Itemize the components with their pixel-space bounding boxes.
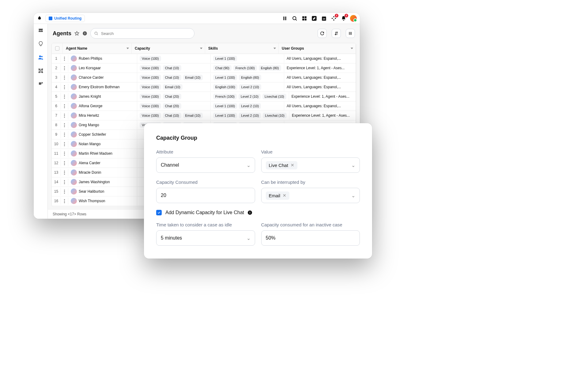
avatar: [71, 131, 77, 138]
row-menu-button[interactable]: [61, 122, 68, 129]
row-menu-button[interactable]: [61, 103, 68, 110]
row-menu-button[interactable]: [61, 179, 68, 186]
remove-tag-icon[interactable]: ✕: [283, 193, 286, 198]
col-agent-name[interactable]: Agent Name: [63, 43, 132, 54]
col-user-groups[interactable]: User Groups: [279, 43, 356, 54]
capacity-cell: Voice (100)Chat (20): [137, 102, 211, 110]
table-row[interactable]: 7Mira HerwitzVoice (100)Chat (10)Email (…: [52, 111, 356, 120]
table-row[interactable]: 6Alfona GeorgeVoice (100)Chat (20)Level …: [52, 101, 356, 111]
sidebar: [34, 24, 48, 219]
groups-cell: Experience Level: 1, Agent - Ases...: [289, 111, 356, 120]
sidebar-nodes-icon[interactable]: [37, 67, 44, 74]
unified-routing-pill[interactable]: Unified Routing: [45, 15, 85, 22]
table-row[interactable]: 5James KnightVoice (100)Chat (20)French …: [52, 92, 356, 101]
capacity-chip: Chat (10): [163, 113, 181, 118]
row-menu-button[interactable]: [61, 55, 68, 62]
capacity-chip: Email (10): [183, 113, 203, 118]
row-number: 16: [52, 197, 61, 205]
grid-icon[interactable]: [301, 15, 308, 22]
row-number: 1: [52, 55, 61, 62]
search-icon[interactable]: [291, 15, 298, 22]
capacity-chip: Voice (100): [140, 103, 161, 109]
star-icon[interactable]: [74, 31, 79, 36]
skill-chip: Level 1 (100): [213, 75, 237, 80]
capacity-cell: Voice (100): [137, 54, 211, 63]
interrupt-label: Can be interrupted by: [261, 180, 360, 185]
row-menu-button[interactable]: [61, 141, 68, 148]
groups-cell: All Users, Languages: Espanol,...: [284, 73, 356, 82]
svg-rect-4: [305, 16, 307, 18]
bell-icon[interactable]: 2: [340, 15, 347, 22]
row-number: 2: [52, 64, 61, 72]
agent-name-cell: Mira Herwitz: [68, 111, 137, 120]
avatar: [71, 74, 77, 81]
value-tag[interactable]: Live Chat✕: [266, 161, 297, 169]
row-menu-button[interactable]: [61, 150, 68, 157]
row-menu-button[interactable]: [61, 84, 68, 91]
agent-name-cell: Trey Jones: [68, 206, 137, 206]
skills-cell: Chat (90)French (100)English (80): [211, 64, 284, 72]
row-menu-button[interactable]: [61, 65, 68, 72]
info-icon[interactable]: i: [248, 210, 252, 215]
sidebar-export-icon[interactable]: [37, 81, 44, 88]
columns-button[interactable]: [346, 29, 355, 38]
row-number: 11: [52, 150, 61, 157]
topbar: Unified Routing 24 2 2: [34, 13, 360, 24]
row-menu-button[interactable]: [61, 188, 68, 195]
remove-tag-icon[interactable]: ✕: [291, 163, 294, 168]
refresh-button[interactable]: [318, 29, 327, 38]
col-skills[interactable]: Skills: [205, 43, 279, 54]
agent-name-cell: Alfona George: [68, 101, 137, 111]
row-menu-button[interactable]: [61, 160, 68, 167]
row-menu-button[interactable]: [61, 74, 68, 81]
agent-name: Alena Carder: [79, 161, 100, 165]
sidebar-agents-icon[interactable]: [37, 54, 44, 61]
plugin-icon[interactable]: 2: [330, 15, 337, 22]
agent-name-cell: Copper Schleifer: [68, 130, 137, 139]
user-avatar[interactable]: [350, 15, 357, 22]
row-menu-button[interactable]: [61, 93, 68, 100]
skill-chip: Level 1 (100): [213, 113, 237, 118]
idle-time-select[interactable]: 5 minutes ⌄: [156, 230, 255, 246]
interrupt-tag[interactable]: Email✕: [266, 191, 290, 200]
search-input[interactable]: [90, 28, 194, 39]
row-menu-button[interactable]: [61, 112, 68, 119]
svg-point-11: [41, 56, 43, 58]
info-icon[interactable]: i: [82, 31, 87, 36]
sidebar-inbox-icon[interactable]: [37, 27, 44, 34]
interrupt-select[interactable]: Email✕ ⌄: [261, 188, 360, 203]
agent-name: Wish Thompson: [79, 199, 105, 203]
capacity-consumed-label: Capacity Consumed: [156, 180, 255, 185]
avatar: [71, 141, 77, 147]
row-number: 13: [52, 169, 61, 176]
row-number: 10: [52, 140, 61, 148]
row-number: 5: [52, 93, 61, 100]
value-select[interactable]: Live Chat✕ ⌄: [261, 157, 360, 173]
skill-chip: Livechat (10): [263, 113, 287, 118]
capacity-chip: Voice (100): [140, 94, 161, 99]
calendar-icon[interactable]: 24: [321, 15, 327, 22]
capacity-consumed-input[interactable]: 20: [156, 188, 255, 203]
attribute-select[interactable]: Channel ⌄: [156, 157, 255, 173]
row-menu-button[interactable]: [61, 198, 68, 205]
col-capacity[interactable]: Capacity: [132, 43, 205, 54]
inactive-capacity-input[interactable]: 50%: [261, 230, 360, 246]
table-row[interactable]: 3Chance CarderVoice (100)Chat (10)Email …: [52, 73, 356, 82]
skills-cell: Level 1 (100)Level 2 (10): [211, 102, 284, 110]
pause-icon[interactable]: [281, 15, 288, 22]
avatar: [71, 112, 77, 119]
capacity-chip: Chat (20): [163, 94, 181, 99]
table-row[interactable]: 2Leo KorsgaarVoice (100)Chat (10)Chat (9…: [52, 63, 356, 73]
table-row[interactable]: 1Ruben PhillipsVoice (100)Level 1 (100)A…: [52, 54, 356, 63]
table-row[interactable]: 4Emery Ekstrom BothmanVoice (100)Email (…: [52, 82, 356, 92]
row-menu-button[interactable]: [61, 131, 68, 138]
agent-name: Sear Haliburton: [79, 189, 104, 194]
sort-button[interactable]: [332, 29, 341, 38]
routing-label: Unified Routing: [54, 16, 81, 21]
select-all-checkbox[interactable]: [55, 46, 59, 51]
row-menu-button[interactable]: [61, 169, 68, 176]
dynamic-capacity-checkbox[interactable]: [156, 210, 162, 215]
sidebar-bulb-icon[interactable]: [37, 40, 44, 47]
compose-icon[interactable]: [311, 15, 318, 22]
skills-cell: Level 1 (100): [211, 54, 284, 63]
